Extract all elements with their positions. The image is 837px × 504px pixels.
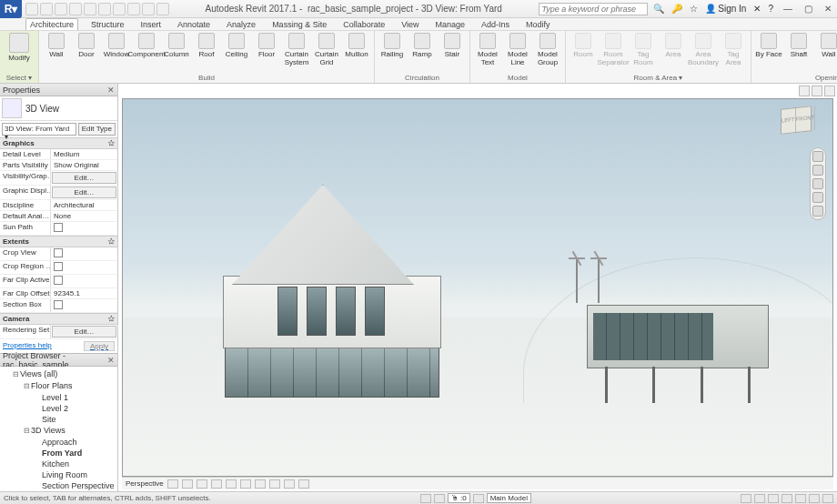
shadows-icon[interactable] (211, 479, 222, 489)
tab-annotate[interactable]: Annotate (174, 19, 214, 30)
select-links-icon[interactable] (754, 494, 765, 503)
detail-level-icon[interactable] (167, 479, 178, 489)
close-icon[interactable]: ✕ (107, 356, 115, 365)
property-row[interactable]: Crop Region … (0, 261, 117, 275)
door-button[interactable]: Door (73, 33, 100, 58)
property-section-camera[interactable]: Camera✩ (0, 313, 117, 325)
property-value[interactable] (51, 261, 117, 274)
ceiling-button[interactable]: Ceiling (223, 33, 250, 58)
area-boundary-button[interactable]: Area Boundary (690, 33, 717, 66)
properties-header[interactable]: Properties✕ (0, 84, 117, 96)
property-value[interactable] (51, 247, 117, 260)
tree-node[interactable]: 3D Views (4, 425, 117, 437)
select-pinned-icon[interactable] (782, 494, 792, 503)
mullion-button[interactable]: Mullion (343, 33, 370, 58)
view-cube[interactable]: LEFTFRONT (781, 107, 822, 138)
property-row[interactable]: Graphic Displ…Edit… (0, 186, 117, 200)
select-face-icon[interactable] (795, 494, 806, 503)
property-row[interactable]: Section Box (0, 299, 117, 313)
subscription-icon[interactable]: 🔑 (671, 4, 682, 14)
pan-icon[interactable] (812, 165, 823, 176)
property-row[interactable]: Crop View (0, 247, 117, 261)
app-menu-button[interactable]: R▾ (0, 0, 22, 18)
qat-close-views-icon[interactable] (142, 3, 155, 15)
property-value[interactable] (51, 222, 117, 235)
tab-insert[interactable]: Insert (137, 19, 166, 30)
orbit-icon[interactable] (812, 192, 823, 203)
view-maximize-button[interactable] (812, 86, 822, 96)
tab-massing-site[interactable]: Massing & Site (268, 19, 330, 30)
worksets-icon[interactable] (420, 494, 431, 503)
view-scale[interactable]: Perspective (126, 479, 164, 488)
tree-node[interactable]: Kitchen (4, 459, 117, 469)
look-icon[interactable] (812, 206, 823, 217)
filter-icon[interactable] (473, 494, 484, 503)
tree-node[interactable]: Living Room (4, 469, 117, 480)
tab-view[interactable]: View (398, 19, 422, 30)
workset-dropdown[interactable]: Main Model (487, 493, 531, 503)
help-icon[interactable]: ? (768, 4, 773, 14)
drawing-area[interactable]: LEFTFRONT Perspective (118, 84, 837, 491)
properties-help-link[interactable]: Properties help (3, 341, 52, 351)
property-section-graphics[interactable]: Graphics✩ (0, 137, 117, 149)
view-minimize-button[interactable] (799, 86, 810, 96)
qat-print-icon[interactable] (84, 3, 96, 15)
stair-button[interactable]: Stair (439, 33, 466, 58)
tree-node[interactable]: From Yard (4, 448, 117, 459)
tag-area-button[interactable]: Tag Area (720, 33, 747, 66)
tab-structure[interactable]: Structure (87, 19, 128, 30)
tag-room-button[interactable]: Tag Room (630, 33, 657, 66)
curtain-grid-button[interactable]: Curtain Grid (313, 33, 340, 66)
tab-collaborate[interactable]: Collaborate (339, 19, 388, 30)
close-button[interactable]: ✕ (819, 3, 837, 15)
tree-node[interactable]: Floor Plans (4, 380, 117, 392)
property-section-extents[interactable]: Extents✩ (0, 236, 117, 247)
area-button[interactable]: Area (660, 33, 687, 58)
property-row[interactable]: Visibility/Grap…Edit… (0, 171, 117, 186)
component-button[interactable]: Component (133, 33, 160, 58)
sun-path-icon[interactable] (197, 479, 207, 489)
property-row[interactable]: DisciplineArchitectural (0, 200, 117, 211)
property-value[interactable]: Edit… (52, 326, 116, 338)
property-row[interactable]: Far Clip Active (0, 275, 117, 288)
tree-node[interactable]: Section Perspective (4, 480, 117, 491)
tree-node[interactable]: Site (4, 414, 117, 425)
wall-button[interactable]: Wall (43, 33, 70, 58)
room-button[interactable]: Room (570, 33, 597, 58)
property-value[interactable]: Architectural (51, 200, 117, 210)
instance-selector[interactable]: 3D View: From Yard ▾ (2, 123, 76, 136)
tab-architecture[interactable]: Architecture (25, 18, 78, 30)
zoom-icon[interactable] (812, 178, 823, 189)
qat-redo-icon[interactable] (69, 3, 82, 15)
property-value[interactable]: Edit… (52, 186, 116, 198)
property-row[interactable]: Parts VisibilityShow Original (0, 160, 117, 171)
qat-open-icon[interactable] (25, 3, 38, 15)
crop-view-icon[interactable] (240, 479, 251, 489)
wall-button[interactable]: Wall (815, 33, 837, 58)
property-row[interactable]: Default Anal…None (0, 211, 117, 222)
ramp-button[interactable]: Ramp (408, 33, 436, 58)
window-button[interactable]: Window (103, 33, 130, 58)
qat-measure-icon[interactable] (98, 3, 111, 15)
tab-manage[interactable]: Manage (432, 19, 469, 30)
model-text-button[interactable]: Model Text (474, 33, 501, 66)
property-row[interactable]: Rendering Set…Edit… (0, 325, 117, 339)
crop-region-icon[interactable] (255, 479, 266, 489)
shaft-button[interactable]: Shaft (785, 33, 812, 58)
tab-modify[interactable]: Modify (522, 19, 554, 30)
reveal-hidden-icon[interactable] (298, 479, 309, 489)
property-value[interactable]: None (51, 211, 117, 221)
signin-button[interactable]: 👤 Sign In (705, 4, 747, 14)
property-value[interactable] (51, 275, 117, 287)
model-line-button[interactable]: Model Line (504, 33, 531, 66)
minimize-button[interactable]: — (779, 3, 797, 15)
room-separator-button[interactable]: Room Separator (600, 33, 627, 66)
model-group-button[interactable]: Model Group (534, 33, 561, 66)
by-face-button[interactable]: By Face (755, 33, 782, 58)
property-row[interactable]: Far Clip Offset92345.1 (0, 288, 117, 299)
infocenter-search-input[interactable] (539, 3, 648, 15)
column-button[interactable]: Column (163, 33, 190, 58)
property-value[interactable] (51, 299, 117, 312)
property-value[interactable]: Show Original (51, 160, 117, 170)
railing-button[interactable]: Railing (378, 33, 406, 58)
